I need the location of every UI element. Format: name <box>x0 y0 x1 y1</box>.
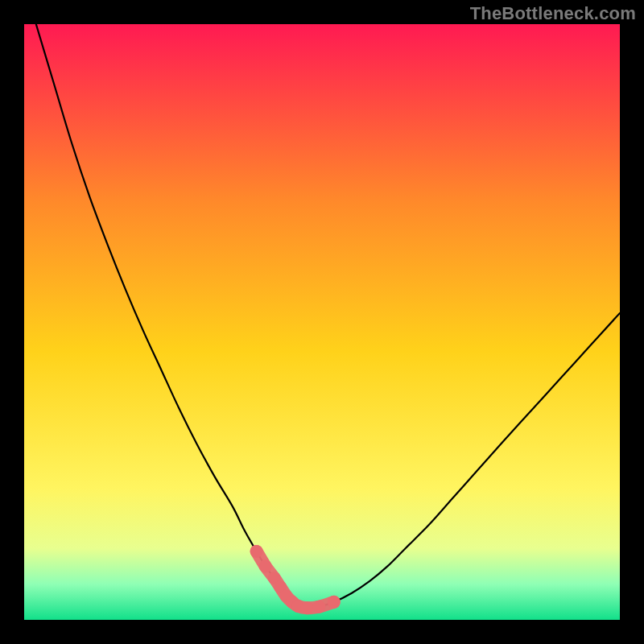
plot-area <box>24 24 620 620</box>
highlight-dot <box>301 601 314 614</box>
svg-rect-0 <box>24 24 620 620</box>
highlight-dot <box>259 559 272 572</box>
chart-svg <box>24 24 620 620</box>
highlight-dot <box>250 545 263 558</box>
chart-frame: TheBottleneck.com <box>0 0 644 644</box>
highlight-dot <box>328 596 341 609</box>
watermark-text: TheBottleneck.com <box>470 3 636 24</box>
highlight-dot <box>312 601 325 613</box>
